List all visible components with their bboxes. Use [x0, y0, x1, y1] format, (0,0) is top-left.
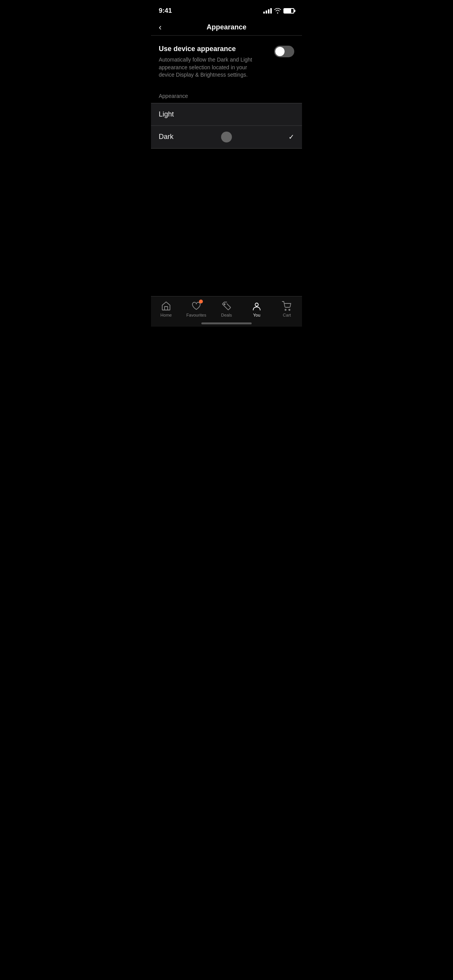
deals-icon: [221, 301, 232, 311]
appearance-section-label: Appearance: [151, 90, 302, 103]
favourites-icon: [191, 301, 201, 311]
tab-favourites[interactable]: Favourites: [185, 301, 208, 317]
device-appearance-section: Use device appearance Automatically foll…: [151, 36, 302, 90]
device-appearance-toggle[interactable]: [274, 46, 294, 57]
light-option[interactable]: Light: [151, 103, 302, 125]
dark-slider-indicator: [221, 132, 232, 142]
device-appearance-text: Use device appearance Automatically foll…: [159, 45, 259, 79]
device-appearance-title: Use device appearance: [159, 45, 259, 53]
svg-point-1: [255, 303, 258, 306]
device-appearance-description: Automatically follow the Dark and Light …: [159, 56, 259, 79]
page-title: Appearance: [206, 23, 246, 31]
signal-icon: [263, 8, 272, 14]
back-button[interactable]: ‹: [157, 21, 163, 34]
deals-tab-label: Deals: [221, 313, 232, 317]
light-label: Light: [159, 110, 174, 118]
status-icons: [263, 8, 294, 14]
tab-home[interactable]: Home: [154, 301, 178, 317]
battery-icon: [283, 8, 294, 14]
dark-label: Dark: [159, 133, 173, 141]
tab-deals[interactable]: Deals: [215, 301, 238, 317]
you-tab-label: You: [253, 313, 261, 317]
dark-option[interactable]: Dark ✓: [151, 125, 302, 148]
appearance-options: Light Dark ✓: [151, 103, 302, 149]
cart-tab-label: Cart: [283, 313, 291, 317]
favourites-badge: [199, 300, 203, 303]
tab-cart[interactable]: Cart: [275, 301, 299, 317]
status-bar: 9:41: [151, 0, 302, 19]
dark-checkmark: ✓: [288, 133, 294, 141]
you-icon: [252, 301, 262, 311]
home-tab-label: Home: [160, 313, 172, 317]
toggle-thumb: [275, 47, 285, 56]
status-time: 9:41: [159, 7, 172, 15]
content: Use device appearance Automatically foll…: [151, 36, 302, 149]
tab-you[interactable]: You: [245, 301, 268, 317]
svg-point-2: [285, 309, 286, 310]
wifi-icon: [274, 8, 281, 14]
home-indicator: [201, 322, 252, 324]
svg-point-3: [289, 309, 290, 310]
home-icon: [161, 301, 171, 311]
favourites-tab-label: Favourites: [186, 313, 206, 317]
nav-header: ‹ Appearance: [151, 19, 302, 36]
cart-icon: [282, 301, 292, 311]
svg-point-0: [224, 304, 225, 305]
